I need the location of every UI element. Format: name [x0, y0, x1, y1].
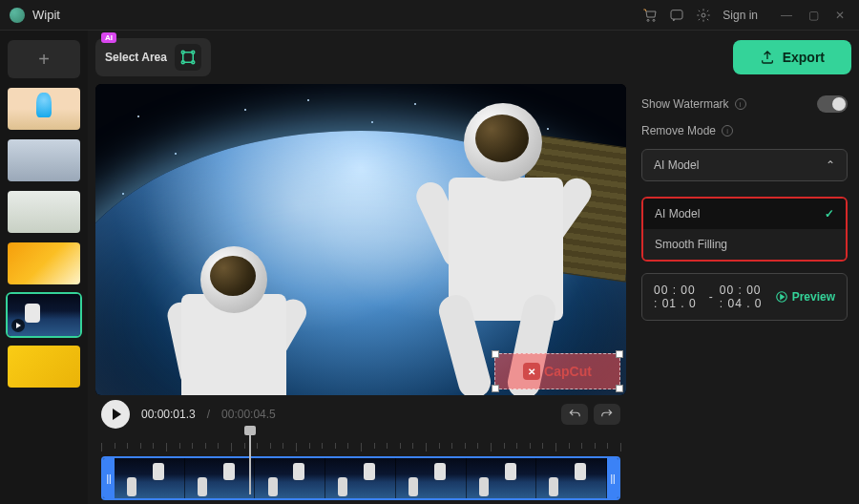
remove-mode-dropdown[interactable]: AI Model ⌃: [641, 149, 848, 181]
timeline-ruler[interactable]: [101, 443, 620, 452]
app-logo: [10, 8, 25, 23]
clip-frame: [325, 458, 396, 498]
astronaut-foreground: [391, 103, 626, 380]
close-button[interactable]: ✕: [830, 6, 849, 25]
thumb-astronaut[interactable]: [8, 294, 80, 336]
preview-canvas[interactable]: CapCut: [95, 84, 626, 395]
dropdown-option-ai-model[interactable]: AI Model ✓: [643, 199, 846, 229]
show-watermark-label: Show Watermark: [641, 97, 729, 111]
thumb-ice-cream[interactable]: [8, 88, 80, 130]
timeline-track[interactable]: || ||: [101, 456, 620, 500]
preview-button[interactable]: Preview: [775, 290, 835, 304]
check-icon: ✓: [825, 207, 834, 220]
properties-panel: Show Watermark i Remove Mode i AI Model …: [638, 84, 851, 500]
preview-label: Preview: [792, 290, 835, 304]
app-title: Wipit: [32, 8, 60, 22]
chevron-up-icon: ⌃: [826, 158, 835, 172]
svg-point-0: [647, 19, 649, 21]
show-watermark-toggle[interactable]: [817, 95, 848, 113]
clip-frame: [536, 458, 607, 498]
range-sep: -: [709, 290, 714, 304]
titlebar: Wipit Sign in — ▢ ✕: [0, 0, 859, 31]
feedback-icon[interactable]: [669, 8, 684, 23]
add-media-button[interactable]: +: [8, 40, 80, 78]
thumb-tshirt[interactable]: [8, 191, 80, 233]
thumb-flowers-orange[interactable]: [8, 242, 80, 284]
export-icon: [760, 50, 775, 65]
clip-frame: [115, 458, 185, 498]
playhead[interactable]: [249, 431, 251, 494]
preview-icon: [775, 290, 788, 304]
clip-handle-right[interactable]: ||: [607, 458, 618, 498]
svg-point-1: [653, 19, 655, 21]
select-area-label: Select Area: [105, 51, 167, 64]
play-button[interactable]: [101, 400, 130, 429]
timeline[interactable]: || ||: [95, 433, 626, 500]
option-label: AI Model: [655, 207, 700, 220]
dropdown-option-smooth-filling[interactable]: Smooth Filling: [643, 229, 846, 260]
info-icon[interactable]: i: [722, 125, 733, 136]
capcut-logo-icon: [523, 363, 540, 380]
crop-icon: [175, 44, 201, 71]
thumb-sunflowers[interactable]: [8, 346, 80, 388]
watermark-text: CapCut: [544, 364, 592, 379]
info-icon[interactable]: i: [735, 98, 746, 110]
export-label: Export: [783, 50, 825, 65]
redo-button[interactable]: [594, 404, 620, 425]
signin-link[interactable]: Sign in: [723, 9, 758, 22]
current-time: 00:00:01.3: [141, 408, 196, 421]
range-end[interactable]: 00 : 00 : 04 . 0: [720, 284, 769, 310]
undo-button[interactable]: [561, 404, 588, 425]
export-button[interactable]: Export: [733, 40, 851, 74]
ai-badge: AI: [101, 32, 116, 43]
minimize-button[interactable]: —: [777, 6, 796, 25]
thumb-living-room[interactable]: [8, 139, 80, 181]
timeline-clip[interactable]: || ||: [101, 456, 620, 500]
watermark-selection[interactable]: CapCut: [494, 353, 620, 389]
remove-mode-label: Remove Mode: [641, 124, 716, 137]
range-start[interactable]: 00 : 00 : 01 . 0: [654, 284, 703, 310]
svg-point-3: [702, 13, 705, 17]
cart-icon[interactable]: [642, 8, 658, 23]
astronaut-left: [153, 246, 315, 395]
settings-icon[interactable]: [696, 8, 711, 23]
clip-frame: [185, 458, 256, 498]
duration-time: 00:00:04.5: [221, 408, 276, 421]
time-range-panel: 00 : 00 : 01 . 0 - 00 : 00 : 04 . 0 Prev…: [641, 273, 848, 321]
watermark-content: CapCut: [495, 354, 619, 388]
svg-rect-2: [671, 10, 682, 18]
time-separator: /: [207, 408, 210, 421]
media-sidebar: +: [0, 31, 88, 504]
select-area-tool[interactable]: AI Select Area: [95, 38, 211, 76]
clip-frame: [255, 458, 325, 498]
clip-frame: [467, 458, 537, 498]
dropdown-option-list: AI Model ✓ Smooth Filling: [641, 197, 848, 262]
maximize-button[interactable]: ▢: [804, 6, 823, 25]
option-label: Smooth Filling: [655, 238, 727, 251]
transport-bar: 00:00:01.3 / 00:00:04.5: [95, 395, 626, 433]
clip-frame: [396, 458, 467, 498]
dropdown-selected: AI Model: [654, 158, 699, 172]
clip-handle-left[interactable]: ||: [103, 458, 115, 498]
